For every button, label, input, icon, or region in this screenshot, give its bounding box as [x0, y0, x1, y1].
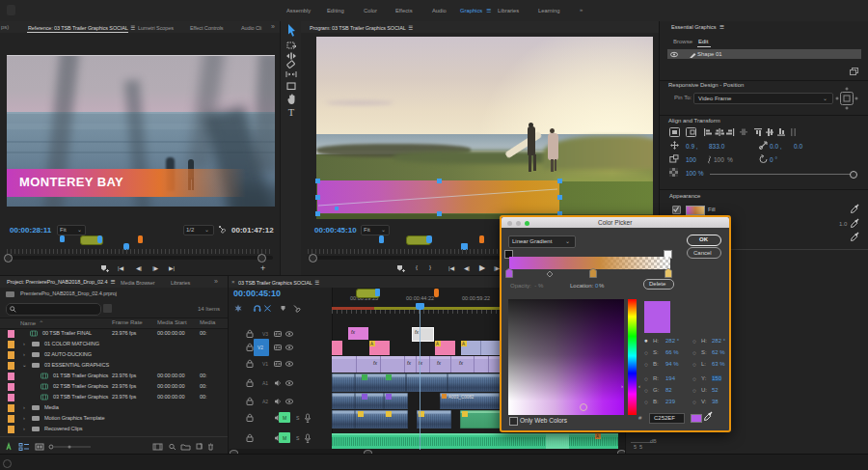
svg-text:V3: V3 [262, 331, 268, 337]
svg-text:T: T [288, 107, 295, 118]
svg-text:V1: V1 [262, 361, 268, 367]
svg-text:A2: A2 [262, 399, 268, 404]
svg-text:A1: A1 [262, 380, 268, 386]
